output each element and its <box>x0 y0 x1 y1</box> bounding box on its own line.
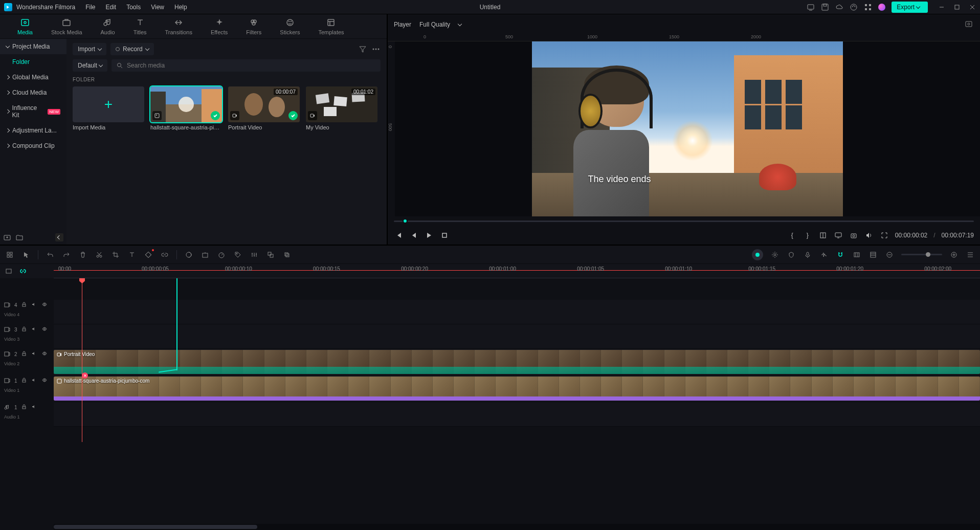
play-backward-button[interactable] <box>409 231 418 240</box>
cut-icon[interactable] <box>95 250 104 259</box>
keyframe-icon[interactable] <box>144 250 153 259</box>
prev-frame-button[interactable] <box>394 231 403 240</box>
minimize-button[interactable] <box>938 4 945 11</box>
menu-help[interactable]: Help <box>174 4 187 11</box>
mark-out-button[interactable]: } <box>803 231 812 240</box>
redo-icon[interactable] <box>62 250 71 259</box>
stop-button[interactable] <box>440 231 449 240</box>
tab-transitions[interactable]: Transitions <box>156 15 202 38</box>
link-icon[interactable] <box>160 250 169 259</box>
scrollbar-thumb[interactable] <box>54 525 257 529</box>
tab-audio[interactable]: Audio <box>92 15 124 38</box>
sidebar-item-folder[interactable]: Folder <box>0 54 66 70</box>
adjust-icon[interactable] <box>201 250 210 259</box>
menu-tools[interactable]: Tools <box>126 4 141 11</box>
crop-icon[interactable] <box>111 250 120 259</box>
media-card-my-video[interactable]: 00:01:02 My Video <box>306 86 377 130</box>
view-mode-icon[interactable] <box>966 250 975 259</box>
mute-icon[interactable] <box>32 351 38 357</box>
tab-media[interactable]: Media <box>8 15 42 38</box>
export-button[interactable]: Export <box>892 2 928 13</box>
mute-icon[interactable] <box>32 326 38 333</box>
ai-tool-icon[interactable] <box>752 249 763 260</box>
apps-icon[interactable] <box>864 3 872 11</box>
sidebar-item-global-media[interactable]: Global Media <box>0 70 66 85</box>
visibility-icon[interactable] <box>42 378 48 384</box>
track-lane[interactable]: ✕ hallstatt-square-austria-picjumbo-com <box>54 376 980 402</box>
clip-portrait-video[interactable]: Portrait Video <box>54 350 980 374</box>
track-lane[interactable] <box>54 402 980 427</box>
close-button[interactable] <box>969 4 976 11</box>
zoom-in-icon[interactable] <box>949 250 959 259</box>
search-box[interactable] <box>112 59 381 72</box>
tag-icon[interactable] <box>233 250 242 259</box>
folder-icon[interactable] <box>15 233 24 241</box>
tab-stickers[interactable]: Stickers <box>271 15 309 38</box>
undo-icon[interactable] <box>46 250 55 259</box>
display-icon[interactable] <box>834 231 843 240</box>
cloud-icon[interactable] <box>835 3 843 11</box>
add-track-icon[interactable] <box>5 250 14 259</box>
tab-effects[interactable]: Effects <box>202 15 237 38</box>
maximize-button[interactable] <box>953 4 961 11</box>
collapse-sidebar-button[interactable] <box>55 233 63 241</box>
scrub-handle[interactable] <box>403 218 408 224</box>
split-marker[interactable]: ✕ <box>82 372 88 379</box>
text-icon[interactable] <box>127 250 137 259</box>
track-lane[interactable] <box>54 300 980 324</box>
speed-icon[interactable] <box>217 250 226 259</box>
sort-dropdown[interactable]: Default <box>73 59 107 72</box>
device-icon[interactable] <box>807 3 815 11</box>
shield-icon[interactable] <box>787 250 796 259</box>
lock-icon[interactable] <box>21 326 28 333</box>
sidebar-item-adjustment-layer[interactable]: Adjustment La... <box>0 123 66 138</box>
settings-icon[interactable] <box>770 250 779 259</box>
tab-templates[interactable]: Templates <box>309 15 353 38</box>
zoom-handle[interactable] <box>926 252 930 257</box>
visibility-icon[interactable] <box>42 302 48 308</box>
track-lane[interactable]: Portrait Video <box>54 349 980 376</box>
play-button[interactable] <box>425 231 434 240</box>
import-media-card[interactable]: + Import Media <box>73 86 144 130</box>
playhead[interactable] <box>82 278 82 442</box>
clip-hallstatt[interactable]: hallstatt-square-austria-picjumbo-com <box>54 377 980 401</box>
audio-mixer-icon[interactable] <box>819 250 829 259</box>
group-icon[interactable] <box>266 250 275 259</box>
preview-canvas[interactable]: The video ends <box>395 41 980 216</box>
frame-icon[interactable] <box>852 250 861 259</box>
zoom-out-icon[interactable] <box>885 250 894 259</box>
timeline-scrollbar[interactable] <box>0 524 980 530</box>
sidebar-item-project-media[interactable]: Project Media <box>0 39 66 54</box>
menu-view[interactable]: View <box>151 4 164 11</box>
tab-titles[interactable]: Titles <box>124 15 156 38</box>
sidebar-item-cloud-media[interactable]: Cloud Media <box>0 85 66 100</box>
media-card-portrait-video[interactable]: 00:00:07 Portrait Video <box>228 86 300 130</box>
adjust-sliders-icon[interactable] <box>250 250 259 259</box>
import-button[interactable]: Import <box>73 43 106 55</box>
sidebar-item-compound-clip[interactable]: Compound Clip <box>0 138 66 153</box>
visibility-icon[interactable] <box>42 351 48 357</box>
lock-icon[interactable] <box>21 378 28 384</box>
track-lane[interactable] <box>54 324 980 349</box>
zoom-slider[interactable] <box>901 254 942 255</box>
record-button[interactable]: Record <box>110 43 154 55</box>
layout-icon[interactable] <box>818 231 828 240</box>
volume-icon[interactable] <box>864 231 874 240</box>
sidebar-item-influence-kit[interactable]: Influence KitNEW <box>0 100 66 123</box>
more-icon[interactable] <box>371 45 381 54</box>
lock-icon[interactable] <box>21 302 28 308</box>
marker-list-icon[interactable] <box>868 250 878 259</box>
copy-icon[interactable] <box>282 250 292 259</box>
color-icon[interactable] <box>184 250 193 259</box>
timeline-view-icon[interactable] <box>4 267 13 276</box>
support-icon[interactable] <box>850 3 858 11</box>
capture-icon[interactable] <box>849 231 858 240</box>
menu-file[interactable]: File <box>85 4 95 11</box>
magnet-icon[interactable] <box>836 250 845 259</box>
mute-icon[interactable] <box>32 378 38 384</box>
avatar[interactable] <box>878 4 885 11</box>
visibility-icon[interactable] <box>42 326 48 333</box>
save-icon[interactable] <box>821 3 829 11</box>
quality-dropdown[interactable]: Full Quality <box>419 21 461 28</box>
mute-icon[interactable] <box>32 302 38 308</box>
